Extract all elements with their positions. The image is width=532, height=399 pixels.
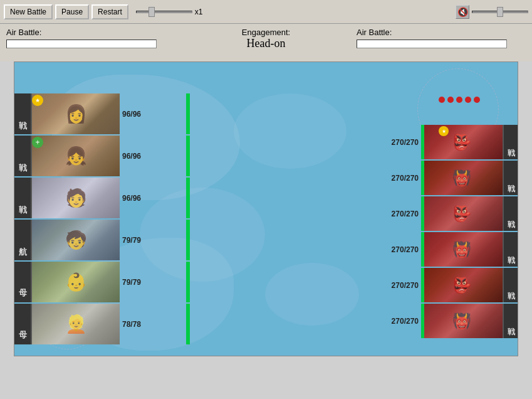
ship-left-6: 母 👱 78/78 (14, 304, 190, 344)
enemy-hp-3: 270/270 (392, 210, 419, 218)
ship-badge-1: ★ (32, 95, 43, 106)
air-battle-left: Air Battle: (6, 28, 175, 48)
enemy-hp-bar-6 (421, 304, 424, 338)
ship-left-1: 戦 👩 96/96 ★ (14, 93, 190, 134)
enemy-tag-3: 戦 (503, 196, 518, 231)
enemy-tag-2: 戦 (503, 161, 518, 195)
enemy-tag-6: 戦 (503, 304, 518, 338)
dot-r4 (465, 97, 471, 103)
battle-area: 戦 👩 96/96 ★ 戦 👧 96/96 + 戦 🧑 96/96 (14, 61, 518, 356)
speed-label: x1 (195, 8, 203, 16)
enemy-tag-5: 戦 (503, 268, 518, 302)
ship-tag-1: 戦 (14, 93, 32, 134)
ship-left-5: 母 👶 79/79 (14, 262, 190, 302)
air-battle-right-label: Air Battle: (357, 28, 392, 37)
enemy-hp-bar-4 (421, 232, 424, 267)
ship-hp-6: 78/78 (122, 320, 141, 329)
volume-icon[interactable]: 🔇 (456, 5, 469, 19)
right-target-dots (439, 97, 480, 103)
enemy-hp-6: 270/270 (392, 317, 419, 326)
hp-bar-1 (186, 93, 190, 134)
enemy-badge-1: ★ (439, 126, 449, 136)
ship-portrait-2: 👧 (32, 136, 120, 176)
ship-hp-2: 96/96 (122, 152, 141, 161)
ship-right-1: 戦 👺 ★ 270/270 (392, 125, 518, 159)
air-battle-right: Air Battle: (357, 28, 526, 48)
enemy-hp-bar-2 (421, 161, 424, 195)
ship-right-4: 戦 👹 270/270 (392, 232, 518, 267)
ship-portrait-6: 👱 (32, 304, 120, 344)
enemy-hp-1: 270/270 (392, 138, 419, 147)
ship-hp-3: 96/96 (122, 194, 141, 203)
air-battle-left-bar (6, 40, 157, 48)
enemy-hp-5: 270/270 (392, 281, 419, 290)
hp-bar-6 (186, 304, 190, 344)
ship-portrait-3: 🧑 (32, 178, 120, 218)
ship-tag-5: 母 (14, 262, 32, 302)
enemy-portrait-4: 👹 (421, 232, 503, 267)
dot-r2 (447, 97, 454, 103)
ship-tag-6: 母 (14, 304, 32, 344)
ship-hp-4: 79/79 (122, 236, 141, 245)
enemy-hp-bar-1 (421, 125, 424, 159)
air-battle-right-bar (357, 40, 507, 48)
dot-r3 (456, 97, 462, 103)
fleet-right: 戦 👺 ★ 270/270 戦 👹 270/270 戦 👺 270/27 (392, 125, 518, 338)
toolbar: New Battle Pause Restart x1 🔇 (0, 0, 532, 24)
dot-r5 (474, 97, 480, 103)
enemy-portrait-2: 👹 (421, 161, 503, 195)
enemy-portrait-6: 👹 (421, 304, 503, 338)
air-battle-left-label: Air Battle: (6, 28, 41, 37)
enemy-tag-1: 戦 (503, 125, 518, 159)
fleet-left: 戦 👩 96/96 ★ 戦 👧 96/96 + 戦 🧑 96/96 (14, 93, 190, 344)
ship-left-2: 戦 👧 96/96 + (14, 136, 190, 176)
infobar: Air Battle: Engagement: Head-on Air Batt… (0, 24, 532, 61)
enemy-portrait-3: 👺 (421, 196, 503, 231)
enemy-hp-2: 270/270 (392, 174, 419, 183)
hp-bar-4 (186, 220, 190, 260)
speed-control: x1 (136, 8, 203, 16)
restart-button[interactable]: Restart (91, 4, 128, 19)
ship-portrait-4: 🧒 (32, 220, 120, 260)
ship-badge-2: + (32, 137, 43, 148)
enemy-hp-bar-3 (421, 196, 424, 231)
ship-tag-2: 戦 (14, 136, 32, 176)
enemy-tag-4: 戦 (503, 232, 518, 267)
engagement-value: Head-on (242, 37, 290, 50)
enemy-portrait-5: 👺 (421, 268, 503, 302)
ship-right-6: 戦 👹 270/270 (392, 304, 518, 338)
ship-left-3: 戦 🧑 96/96 (14, 178, 190, 218)
volume-slider[interactable] (472, 8, 528, 16)
ship-tag-3: 戦 (14, 178, 32, 218)
volume-control: 🔇 (456, 5, 528, 19)
hp-bar-3 (186, 178, 190, 218)
enemy-portrait-1: 👺 ★ (421, 125, 503, 159)
enemy-hp-4: 270/270 (392, 245, 419, 254)
speed-slider[interactable] (136, 8, 192, 16)
ship-right-5: 戦 👺 270/270 (392, 268, 518, 302)
engagement-display: Engagement: Head-on (242, 28, 290, 50)
ship-hp-5: 79/79 (122, 278, 141, 287)
pause-button[interactable]: Pause (55, 4, 89, 19)
engagement-label: Engagement: (242, 28, 290, 37)
ship-right-3: 戦 👺 270/270 (392, 196, 518, 231)
ship-portrait-1: 👩 (32, 93, 120, 134)
ship-tag-4: 航 (14, 220, 32, 260)
ship-portrait-5: 👶 (32, 262, 120, 302)
dot-r1 (439, 97, 445, 103)
hp-bar-5 (186, 262, 190, 302)
new-battle-button[interactable]: New Battle (4, 4, 53, 19)
hp-bar-2 (186, 136, 190, 176)
ship-left-4: 航 🧒 79/79 (14, 220, 190, 260)
enemy-hp-bar-5 (421, 268, 424, 302)
ship-hp-1: 96/96 (122, 110, 141, 119)
ship-right-2: 戦 👹 270/270 (392, 161, 518, 195)
